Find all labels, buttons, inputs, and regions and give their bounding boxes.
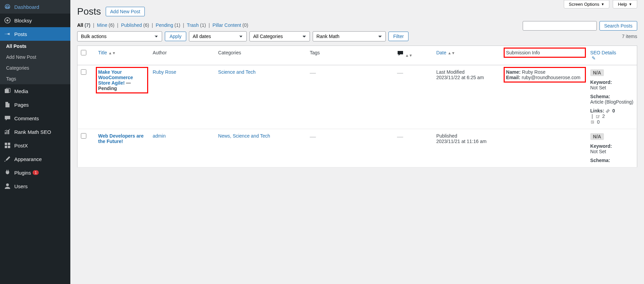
incoming-link-icon	[590, 120, 595, 125]
filter-pending[interactable]: Pending (1)	[156, 22, 180, 28]
sidebar-label: Dashboard	[14, 4, 39, 10]
rankmath-select[interactable]: Rank Math	[313, 31, 386, 41]
col-title[interactable]: Title▲▼	[95, 46, 149, 65]
chart-icon	[4, 128, 11, 135]
filter-button[interactable]: Filter	[388, 32, 408, 41]
pencil-icon[interactable]: ✎	[592, 55, 596, 61]
sidebar-item-appearance[interactable]: Appearance	[0, 152, 70, 166]
filter-pillar[interactable]: Pillar Content (0)	[212, 22, 248, 28]
plug-icon	[4, 169, 11, 176]
submenu-add-new[interactable]: Add New Post	[0, 52, 70, 63]
sidebar-item-comments[interactable]: Comments	[0, 111, 70, 125]
sidebar-label: Posts	[14, 31, 27, 37]
col-submission: Submission Info	[503, 46, 587, 65]
apply-button[interactable]: Apply	[165, 32, 186, 41]
search-posts-button[interactable]: Search Posts	[599, 21, 637, 31]
sidebar-label: Media	[14, 88, 28, 94]
svg-rect-10	[8, 146, 10, 148]
posts-table: Title▲▼ Author Categories Tags ▲▼ Date▲▼…	[77, 46, 637, 167]
search-input[interactable]	[523, 21, 597, 31]
sidebar-label: Pages	[14, 102, 29, 108]
seo-keyword-label: Keyword:	[590, 79, 633, 85]
author-link[interactable]: admin	[153, 133, 166, 139]
sidebar-item-users[interactable]: Users	[0, 179, 70, 193]
page-title: Posts	[77, 6, 101, 17]
category-link[interactable]: News, Science and Tech	[218, 133, 270, 139]
table-row: Make Your WooCommerce Store Agile! — Pen…	[77, 65, 637, 129]
seo-schema-value: Article (BlogPosting)	[590, 99, 633, 105]
filter-published[interactable]: Published (6)	[121, 22, 149, 28]
sidebar-item-posts[interactable]: Posts	[0, 27, 70, 41]
add-new-post-button[interactable]: Add New Post	[106, 7, 145, 16]
category-link[interactable]: Science and Tech	[218, 69, 256, 75]
col-comments[interactable]: ▲▼	[394, 46, 433, 65]
row-checkbox[interactable]	[81, 69, 86, 75]
row-checkbox[interactable]	[81, 133, 86, 139]
svg-rect-8	[8, 143, 10, 145]
col-tags: Tags	[306, 46, 394, 65]
sort-icon: ▲▼	[448, 51, 455, 55]
dates-select[interactable]: All dates	[189, 31, 247, 41]
sort-icon: ▲▼	[405, 53, 413, 57]
posts-submenu: All Posts Add New Post Categories Tags	[0, 41, 70, 84]
sidebar-item-dashboard[interactable]: Dashboard	[0, 0, 70, 14]
grid-icon	[4, 142, 11, 149]
admin-sidebar: Dashboard Blocksy Posts All Posts Add Ne…	[0, 0, 70, 284]
submission-name-label: Name:	[506, 69, 521, 75]
sidebar-item-media[interactable]: Media	[0, 84, 70, 98]
main-content: Screen Options▼ Help▼ Posts Add New Post…	[70, 0, 644, 284]
caret-down-icon: ▼	[601, 2, 604, 6]
col-categories: Categories	[215, 46, 307, 65]
tags-value: —	[310, 69, 316, 76]
sidebar-label: Comments	[14, 116, 39, 121]
sidebar-item-pages[interactable]: Pages	[0, 98, 70, 111]
seo-keyword-label: Keyword:	[590, 143, 633, 149]
sidebar-label: Rank Math SEO	[14, 129, 51, 135]
filter-trash[interactable]: Trash (1)	[187, 22, 206, 28]
author-link[interactable]: Ruby Rose	[153, 69, 176, 75]
sort-icon: ▲▼	[108, 51, 116, 55]
col-author: Author	[149, 46, 215, 65]
pin-icon	[4, 31, 11, 37]
sidebar-label: Plugins	[14, 170, 31, 176]
submission-email-label: Email:	[506, 75, 520, 80]
screen-options-button[interactable]: Screen Options▼	[564, 0, 610, 8]
sidebar-item-rankmath[interactable]: Rank Math SEO	[0, 125, 70, 139]
post-title-link[interactable]: Web Developers are the Future!	[98, 133, 144, 144]
categories-select[interactable]: All Categories	[249, 31, 310, 41]
submenu-all-posts[interactable]: All Posts	[0, 41, 70, 52]
svg-point-1	[6, 19, 8, 21]
status-filters: All (7) | Mine (6) | Published (6) | Pen…	[77, 22, 637, 28]
sidebar-item-postx[interactable]: PostX	[0, 139, 70, 152]
submenu-tags[interactable]: Tags	[0, 73, 70, 84]
help-button[interactable]: Help▼	[613, 0, 637, 8]
highlight-box: Submission Info	[504, 48, 586, 58]
bulk-actions-select[interactable]: Bulk actions	[77, 31, 162, 41]
date-label: Last Modified	[436, 69, 465, 75]
seo-schema-label: Schema:	[590, 158, 633, 163]
date-value: 2023/11/21 at 11:16 am	[436, 139, 487, 144]
external-link-icon	[595, 114, 600, 119]
highlight-box: Name: Ruby Rose Email: ruby@roundhousero…	[504, 67, 586, 83]
submenu-categories[interactable]: Categories	[0, 63, 70, 73]
col-date[interactable]: Date▲▼	[433, 46, 503, 65]
sidebar-item-blocksy[interactable]: Blocksy	[0, 14, 70, 27]
tags-value: —	[310, 133, 316, 140]
seo-keyword-value: Not Set	[590, 149, 606, 154]
sidebar-item-plugins[interactable]: Plugins 1	[0, 166, 70, 179]
filter-mine[interactable]: Mine (6)	[97, 22, 114, 28]
svg-rect-9	[5, 146, 7, 148]
caret-down-icon: ▼	[629, 2, 632, 6]
brush-icon	[4, 156, 11, 162]
seo-na-badge: N/A	[590, 133, 604, 140]
comments-value: —	[397, 69, 403, 76]
comment-icon	[397, 52, 404, 58]
svg-rect-5	[6, 131, 7, 134]
page-icon	[4, 101, 11, 108]
comments-value: —	[397, 133, 403, 140]
table-row: Web Developers are the Future! admin New…	[77, 129, 637, 167]
select-all-checkbox[interactable]	[81, 50, 86, 55]
submission-email: ruby@roundhouserose.com	[522, 75, 580, 80]
svg-rect-4	[5, 132, 6, 134]
filter-all[interactable]: All (7)	[77, 22, 90, 28]
